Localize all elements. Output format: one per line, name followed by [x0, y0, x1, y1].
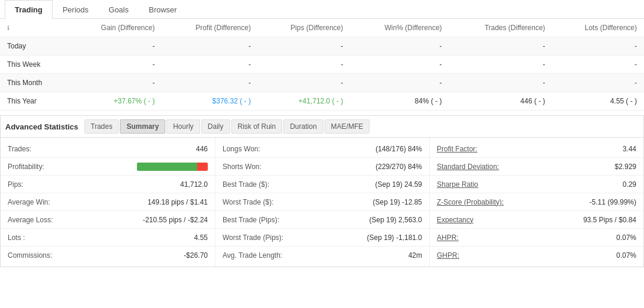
stat-avg-trade-length: Avg. Trade Length: 42m: [215, 247, 429, 264]
row-pips-today: -: [258, 37, 350, 56]
row-gain-today: -: [68, 37, 162, 56]
stat-profit-factor: Profit Factor: 3.44: [430, 140, 643, 158]
adv-tab-duration[interactable]: Duration: [283, 119, 323, 134]
stat-value-best-trade-pips: (Sep 19) 2,563.0: [370, 216, 422, 224]
row-profit-thisweek: -: [162, 56, 258, 74]
stat-avg-loss: Average Loss: -210.55 pips / -$2.24: [1, 211, 215, 229]
stat-value-std-deviation: $2.929: [614, 163, 636, 171]
table-row: This Week - - - - - -: [0, 56, 644, 74]
row-win-thisyear: 84% ( - ): [350, 92, 449, 111]
profitability-bar: [137, 163, 208, 171]
row-gain-thismonth: -: [68, 74, 162, 92]
stat-label-profitability: Profitability:: [8, 163, 44, 171]
stat-zscore: Z-Score (Probability): -5.11 (99.99%): [430, 193, 643, 211]
stats-col-2: Longs Won: (148/176) 84% Shorts Won: (22…: [215, 138, 429, 267]
stat-value-shorts-won: (229/270) 84%: [375, 163, 422, 171]
adv-tab-daily[interactable]: Daily: [201, 119, 230, 134]
row-profit-today: -: [162, 37, 258, 56]
stat-value-longs-won: (148/176) 84%: [375, 145, 422, 153]
row-gain-thisweek: -: [68, 56, 162, 74]
stat-value-lots: 4.55: [194, 234, 208, 242]
adv-tab-risk[interactable]: Risk of Ruin: [231, 119, 283, 134]
stat-label-best-trade-dollar: Best Trade ($):: [223, 180, 269, 189]
stat-avg-win: Average Win: 149.18 pips / $1.41: [1, 193, 215, 211]
stats-grid: Trades: 446 Profitability: Pips: 41,712.…: [1, 138, 643, 267]
stat-label-shorts-won: Shorts Won:: [223, 163, 261, 171]
table-row: This Year +37.67% ( - ) $376.32 ( - ) +4…: [0, 92, 644, 111]
adv-tab-hourly[interactable]: Hourly: [166, 119, 200, 134]
stat-label-ghpr[interactable]: GHPR:: [437, 251, 459, 260]
stat-std-deviation: Standard Deviation: $2.929: [430, 158, 643, 176]
stat-profitability: Profitability:: [1, 158, 215, 176]
row-pips-thismonth: -: [258, 74, 350, 92]
stat-label-pips: Pips:: [8, 180, 24, 189]
stat-label-zscore[interactable]: Z-Score (Probability):: [437, 198, 504, 206]
stat-value-worst-trade-dollar: (Sep 19) -12.85: [373, 198, 422, 206]
advanced-tabs-bar: Advanced Statistics Trades Summary Hourl…: [1, 116, 643, 138]
stat-value-trades: 446: [196, 145, 208, 153]
col-lots: Lots (Difference): [553, 19, 644, 37]
stats-col-3: Profit Factor: 3.44 Standard Deviation: …: [429, 138, 643, 267]
stat-value-avg-trade-length: 42m: [408, 251, 422, 260]
row-win-thismonth: -: [350, 74, 449, 92]
stat-label-std-deviation[interactable]: Standard Deviation:: [437, 163, 499, 171]
table-row: Today - - - - - -: [0, 37, 644, 56]
table-row: This Month - - - - - -: [0, 74, 644, 92]
stat-value-ghpr: 0.07%: [616, 251, 636, 260]
adv-tab-summary[interactable]: Summary: [120, 119, 165, 134]
stat-value-ahpr: 0.07%: [616, 234, 636, 242]
row-label-thismonth: This Month: [0, 74, 68, 92]
row-pips-thisweek: -: [258, 56, 350, 74]
tab-goals[interactable]: Goals: [99, 0, 139, 19]
stat-label-avg-loss: Average Loss:: [8, 216, 53, 224]
row-trades-thisyear: 446 ( - ): [449, 92, 553, 111]
row-lots-today: -: [553, 37, 644, 56]
row-lots-thismonth: -: [553, 74, 644, 92]
stat-expectancy: Expectancy 93.5 Pips / $0.84: [430, 211, 643, 229]
stat-lots: Lots : 4.55: [1, 229, 215, 247]
stat-best-trade-dollar: Best Trade ($): (Sep 19) 24.59: [215, 176, 429, 193]
col-profit: Profit (Difference): [162, 19, 258, 37]
tab-periods[interactable]: Periods: [53, 0, 99, 19]
info-icon[interactable]: ℹ: [7, 24, 9, 31]
stat-label-longs-won: Longs Won:: [223, 145, 260, 153]
tab-trading[interactable]: Trading: [5, 0, 53, 19]
row-profit-thismonth: -: [162, 74, 258, 92]
stat-value-profit-factor: 3.44: [623, 145, 636, 153]
profit-red-bar: [197, 163, 208, 171]
adv-tab-maemfe[interactable]: MAE/MFE: [325, 119, 370, 134]
col-trades: Trades (Difference): [449, 19, 553, 37]
row-gain-thisyear: +37.67% ( - ): [68, 92, 162, 111]
stat-ahpr: AHPR: 0.07%: [430, 229, 643, 247]
row-lots-thisyear: 4.55 ( - ): [553, 92, 644, 111]
stat-label-sharpe-ratio[interactable]: Sharpe Ratio: [437, 180, 478, 189]
row-win-thisweek: -: [350, 56, 449, 74]
row-label-thisyear: This Year: [0, 92, 68, 111]
stat-value-zscore: -5.11 (99.99%): [590, 198, 636, 206]
row-win-today: -: [350, 37, 449, 56]
stat-commissions: Commissions: -$26.70: [1, 247, 215, 264]
summary-table: ℹ Gain (Difference) Profit (Difference) …: [0, 19, 644, 111]
tab-browser[interactable]: Browser: [139, 0, 187, 19]
stat-label-worst-trade-pips: Worst Trade (Pips):: [223, 234, 283, 242]
row-profit-thisyear: $376.32 ( - ): [162, 92, 258, 111]
stat-value-sharpe-ratio: 0.29: [623, 180, 636, 189]
stats-col-1: Trades: 446 Profitability: Pips: 41,712.…: [1, 138, 215, 267]
stat-label-expectancy[interactable]: Expectancy: [437, 216, 473, 224]
stat-label-profit-factor[interactable]: Profit Factor:: [437, 145, 478, 153]
adv-tab-trades[interactable]: Trades: [84, 119, 119, 134]
row-trades-thismonth: -: [449, 74, 553, 92]
stat-label-avg-win: Average Win:: [8, 198, 50, 206]
stat-label-ahpr[interactable]: AHPR:: [437, 234, 459, 242]
stat-ghpr: GHPR: 0.07%: [430, 247, 643, 264]
stat-value-commissions: -$26.70: [184, 251, 208, 260]
row-lots-thisweek: -: [553, 56, 644, 74]
stat-worst-trade-pips: Worst Trade (Pips): (Sep 19) -1,181.0: [215, 229, 429, 247]
row-pips-thisyear: +41,712.0 ( - ): [258, 92, 350, 111]
row-trades-today: -: [449, 37, 553, 56]
stat-label-worst-trade-dollar: Worst Trade ($):: [223, 198, 273, 206]
row-label-thisweek: This Week: [0, 56, 68, 74]
stat-label-best-trade-pips: Best Trade (Pips):: [223, 216, 279, 224]
stat-value-expectancy: 93.5 Pips / $0.84: [583, 216, 636, 224]
stat-best-trade-pips: Best Trade (Pips): (Sep 19) 2,563.0: [215, 211, 429, 229]
